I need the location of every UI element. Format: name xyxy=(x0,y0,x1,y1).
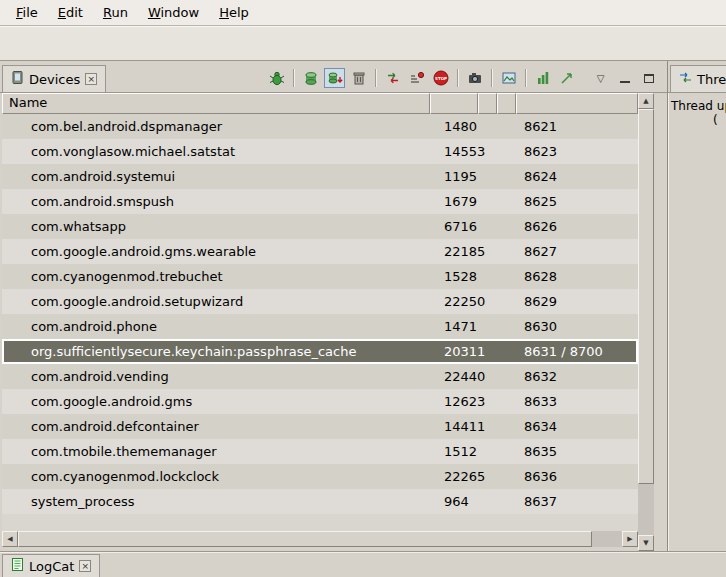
close-icon[interactable]: × xyxy=(79,560,91,572)
menu-run[interactable]: Run xyxy=(93,0,138,25)
device-name-cell: com.vonglasow.michael.satstat xyxy=(2,144,430,159)
dump-hprof-icon[interactable] xyxy=(324,68,345,88)
table-row[interactable]: com.google.android.gms.wearable 22185 86… xyxy=(2,239,638,264)
table-row[interactable]: com.vonglasow.michael.satstat 14553 8623 xyxy=(2,139,638,164)
logcat-bar: LogCat × xyxy=(0,551,726,577)
update-threads-icon[interactable] xyxy=(382,68,403,88)
device-name-cell: com.tmobile.thememanager xyxy=(2,444,430,459)
device-name-cell: org.sufficientlysecure.keychain:passphra… xyxy=(2,344,430,359)
close-icon[interactable]: × xyxy=(85,73,97,85)
column-header-blank2[interactable] xyxy=(497,93,516,114)
cause-gc-icon[interactable] xyxy=(348,68,369,88)
debug-process-icon[interactable] xyxy=(266,68,287,88)
device-name-cell: com.android.systemui xyxy=(2,169,430,184)
device-pid-cell: 22185 xyxy=(430,244,478,259)
scroll-right-icon[interactable]: ▶ xyxy=(622,531,638,547)
svg-text:STOP: STOP xyxy=(435,76,447,81)
menu-help[interactable]: Help xyxy=(209,0,259,25)
device-pid-cell: 22440 xyxy=(430,369,478,384)
threads-panel: Threa Thread up ( xyxy=(667,61,726,551)
column-header-port[interactable] xyxy=(516,93,638,114)
device-table-header: Name xyxy=(2,93,638,114)
devices-view-toolbar: STOP xyxy=(266,68,663,92)
device-port-cell: 8633 xyxy=(516,394,638,409)
horizontal-scrollbar-thumb[interactable] xyxy=(18,531,592,547)
tab-logcat[interactable]: LogCat × xyxy=(2,554,100,577)
column-header-blank1[interactable] xyxy=(478,93,497,114)
device-name-cell: com.google.android.gms xyxy=(2,394,430,409)
table-row[interactable]: org.sufficientlysecure.keychain:passphra… xyxy=(2,339,638,364)
device-port-cell: 8631 / 8700 xyxy=(516,344,638,359)
menu-file[interactable]: File xyxy=(6,0,48,25)
update-heap-icon[interactable] xyxy=(300,68,321,88)
horizontal-scrollbar[interactable]: ◀ ▶ xyxy=(2,531,638,547)
table-row[interactable]: com.tmobile.thememanager 1512 8635 xyxy=(2,439,638,464)
hierarchy-view-icon[interactable] xyxy=(532,68,553,88)
table-row[interactable]: com.android.phone 1471 8630 xyxy=(2,314,638,339)
device-port-cell: 8634 xyxy=(516,419,638,434)
table-row[interactable]: com.google.android.gms 12623 8633 xyxy=(2,389,638,414)
scroll-left-icon[interactable]: ◀ xyxy=(2,531,18,547)
column-header-pid[interactable] xyxy=(430,93,478,114)
device-pid-cell: 1528 xyxy=(430,269,478,284)
method-profiling-icon[interactable] xyxy=(406,68,427,88)
device-port-cell: 8626 xyxy=(516,219,638,234)
toolbar-separator xyxy=(375,69,376,87)
vertical-scrollbar[interactable]: ▲ ▼ xyxy=(638,93,654,551)
column-header-name[interactable]: Name xyxy=(2,93,430,114)
table-row[interactable]: com.whatsapp 6716 8626 xyxy=(2,214,638,239)
logcat-icon xyxy=(11,558,24,574)
menu-window[interactable]: Window xyxy=(138,0,209,25)
threads-tabbar: Threa xyxy=(668,61,726,93)
table-row[interactable]: com.android.vending 22440 8632 xyxy=(2,364,638,389)
device-port-cell: 8635 xyxy=(516,444,638,459)
table-row[interactable]: system_process 964 8637 xyxy=(2,489,638,514)
device-pid-cell: 964 xyxy=(430,494,478,509)
device-name-cell: com.bel.android.dspmanager xyxy=(2,119,430,134)
table-row[interactable]: com.cyanogenmod.lockclock 22265 8636 xyxy=(2,464,638,489)
scroll-down-icon[interactable]: ▼ xyxy=(638,535,654,551)
tab-devices-label: Devices xyxy=(29,72,80,87)
device-port-cell: 8627 xyxy=(516,244,638,259)
device-name-cell: system_process xyxy=(2,494,430,509)
table-row[interactable]: com.android.smspush 1679 8625 xyxy=(2,189,638,214)
table-row[interactable]: com.android.defcontainer 14411 8634 xyxy=(2,414,638,439)
threads-icon xyxy=(679,71,692,87)
tab-devices[interactable]: Devices × xyxy=(2,65,106,92)
screen-capture-icon[interactable] xyxy=(464,68,485,88)
tab-logcat-label: LogCat xyxy=(29,559,74,574)
table-row[interactable]: com.android.systemui 1195 8624 xyxy=(2,164,638,189)
stop-process-icon[interactable]: STOP xyxy=(430,68,451,88)
tracer-icon[interactable] xyxy=(556,68,577,88)
device-port-cell: 8621 xyxy=(516,119,638,134)
device-name-cell: com.google.android.gms.wearable xyxy=(2,244,430,259)
table-row[interactable]: com.google.android.setupwizard 22250 862… xyxy=(2,289,638,314)
threads-message: Thread up ( xyxy=(668,93,726,133)
device-name-cell: com.google.android.setupwizard xyxy=(2,294,430,309)
device-name-cell: com.cyanogenmod.trebuchet xyxy=(2,269,430,284)
device-pid-cell: 1195 xyxy=(430,169,478,184)
device-pid-cell: 14553 xyxy=(430,144,478,159)
table-row[interactable]: com.bel.android.dspmanager 1480 8621 xyxy=(2,114,638,139)
device-pid-cell: 1480 xyxy=(430,119,478,134)
device-pid-cell: 6716 xyxy=(430,219,478,234)
menu-edit[interactable]: Edit xyxy=(48,0,93,25)
device-port-cell: 8630 xyxy=(516,319,638,334)
table-row[interactable]: com.cyanogenmod.trebuchet 1528 8628 xyxy=(2,264,638,289)
device-pid-cell: 1512 xyxy=(430,444,478,459)
minimize-icon[interactable] xyxy=(614,68,635,88)
toolbar-separator xyxy=(457,69,458,87)
system-info-icon[interactable] xyxy=(498,68,519,88)
tab-threads[interactable]: Threa xyxy=(670,65,726,92)
device-pid-cell: 12623 xyxy=(430,394,478,409)
view-menu-icon[interactable]: ▽ xyxy=(590,68,611,88)
tab-threads-label: Threa xyxy=(697,72,726,87)
toolbar-separator xyxy=(491,69,492,87)
threads-message-line1: Thread up xyxy=(671,99,723,113)
maximize-icon[interactable] xyxy=(638,68,659,88)
toolbar-separator xyxy=(525,69,526,87)
toolbar-separator xyxy=(293,69,294,87)
vertical-scrollbar-thumb[interactable] xyxy=(638,109,654,484)
device-pid-cell: 22250 xyxy=(430,294,478,309)
scroll-up-icon[interactable]: ▲ xyxy=(638,93,654,109)
